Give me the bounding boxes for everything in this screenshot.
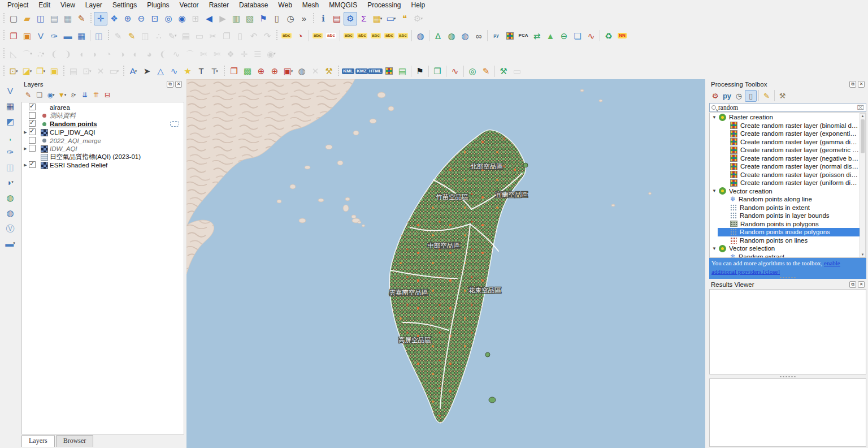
group-vector-selection[interactable]: ▼ Vector selection <box>710 244 866 253</box>
new-raster-layer-icon[interactable]: ▦ <box>75 29 88 42</box>
profile-chart-icon[interactable]: ∿ <box>584 29 598 42</box>
new-spatial-bookmark-icon[interactable]: ⚑ <box>257 12 270 25</box>
toolbar-grip[interactable] <box>2 30 6 41</box>
toolbar-grip[interactable] <box>222 66 227 77</box>
metasearch-icon[interactable]: ∞ <box>472 29 485 42</box>
zoom-next-feature-icon[interactable]: ⊕ <box>268 64 281 78</box>
add-delimited-text-icon[interactable]: , <box>3 130 17 143</box>
menu-vector[interactable]: Vector <box>175 1 204 10</box>
highlight-pinned-labels-icon[interactable]: abc <box>324 29 338 42</box>
map-canvas[interactable]: 北部空品區宜蘭空品區竹苗空品區中部空品區花東空品區雲嘉南空品區高屏空品區 <box>186 79 705 448</box>
alg-random-raster-binomial[interactable]: Create random raster layer (binomial dis… <box>710 122 866 130</box>
remove-layer-icon[interactable]: ⊟ <box>102 89 113 101</box>
toolbar-grip[interactable] <box>275 30 279 41</box>
feature-extent-icon[interactable]: ▣▾ <box>281 64 295 78</box>
identify-features-icon[interactable]: ℹ <box>316 12 330 25</box>
toolbar-grip[interactable] <box>2 48 6 59</box>
zoom-out-icon[interactable]: ⊖ <box>134 12 148 25</box>
new-3d-map-view-icon[interactable]: ▧ <box>243 12 257 25</box>
manage-map-themes-icon[interactable]: ◉▾ <box>45 89 57 101</box>
magnifier-green-icon[interactable]: ◎ <box>466 64 479 78</box>
add-wms-wmts-icon[interactable]: ◍ <box>3 191 17 204</box>
add-spatialite-layer-icon[interactable]: ✑ <box>3 145 17 158</box>
raster-pin-icon[interactable]: ▩ <box>241 64 254 78</box>
add-memory-layer-icon[interactable]: ▬▾ <box>3 236 17 250</box>
menu-mesh[interactable]: Mesh <box>297 1 324 10</box>
layer-checkbox[interactable] <box>29 145 36 152</box>
new-print-layout-icon[interactable]: ▤ <box>47 12 61 25</box>
change-label-icon[interactable]: abc <box>383 29 396 42</box>
results-panel-close-icon[interactable]: ✕ <box>858 281 865 288</box>
layers-panel-float-icon[interactable]: ⧉ <box>167 81 173 88</box>
toolbar-grip[interactable] <box>121 66 126 77</box>
raster-noise-icon[interactable] <box>503 29 517 42</box>
gold-wrench-icon[interactable]: ⚒ <box>322 64 336 78</box>
results-viewer-toggle-icon[interactable]: ▯ <box>745 90 757 102</box>
edit-in-place-icon[interactable]: ✎ <box>761 90 772 102</box>
toolbar-grip[interactable] <box>2 13 6 24</box>
field-calculator-icon[interactable]: ▦▾ <box>371 12 384 25</box>
layer-row-airarea[interactable]: airarea <box>22 104 184 112</box>
processing-history-icon[interactable]: ◷ <box>733 90 745 102</box>
temporal-controller-icon[interactable]: ◷ <box>284 12 297 25</box>
expand-arrow-icon[interactable]: ▶ <box>22 130 29 135</box>
alg-random-points-on-lines[interactable]: Random points on lines <box>710 236 866 245</box>
alg-random-points-along-line[interactable]: ❄Random points along line <box>710 195 866 204</box>
table-refresh-icon[interactable]: ♻ <box>602 29 615 42</box>
python-processing-icon[interactable]: py <box>721 90 733 102</box>
processing-panel-float-icon[interactable]: ⧉ <box>849 81 856 88</box>
add-mesh-layer-icon[interactable]: ◩ <box>3 114 17 128</box>
layer-labeling-icon[interactable]: abc <box>280 29 293 42</box>
save-project-icon[interactable]: ◫ <box>34 12 47 25</box>
processing-panel-close-icon[interactable]: ✕ <box>858 81 865 88</box>
filter-legend-icon[interactable]: ▼▾ <box>57 89 68 101</box>
menu-web[interactable]: Web <box>273 1 297 10</box>
collapse-arrow-icon[interactable]: ▼ <box>712 188 718 193</box>
layer-group-icon[interactable]: ❒ <box>431 64 444 78</box>
alg-random-raster-normal[interactable]: Create random raster layer (normal distr… <box>710 162 866 171</box>
map-image-icon[interactable]: ▤ <box>396 64 409 78</box>
menu-view[interactable]: View <box>55 1 80 10</box>
alg-random-raster-geometric[interactable]: Create random raster layer (geometric di… <box>710 146 866 154</box>
html-export-icon[interactable]: HTML <box>368 64 382 78</box>
add-virtual-layer-icon[interactable]: ◫ <box>3 160 17 174</box>
scroll-thumb[interactable] <box>861 119 865 153</box>
alg-random-points-in-extent[interactable]: Random points in extent <box>710 204 866 212</box>
new-virtual-layer-icon[interactable]: ◫ <box>92 29 106 42</box>
database-manager-icon[interactable]: ◍ <box>414 29 427 42</box>
layer-row-esri-shaded-relief[interactable]: ▶ ESRI Shaded Relief <box>22 161 184 170</box>
alg-random-raster-exponential[interactable]: Create random raster layer (exponential … <box>710 130 866 138</box>
processing-options-icon[interactable]: ⚒ <box>776 90 788 102</box>
toolbar-grip[interactable] <box>62 66 66 77</box>
alg-random-raster-uniform[interactable]: Create random raster layer (uniform dist… <box>710 179 866 187</box>
toolbar-grip[interactable] <box>336 66 341 77</box>
menu-mmqgis[interactable]: MMQGIS <box>324 1 362 10</box>
close-message-link[interactable]: [close] <box>763 268 780 275</box>
layer-row-random-points[interactable]: Random points <box>22 120 184 128</box>
kmz-export-icon[interactable]: KMZ <box>355 64 368 78</box>
new-spatialite-layer-icon[interactable]: ✑ <box>47 29 61 42</box>
hammer-tools-icon[interactable]: ⚒ <box>497 64 510 78</box>
layer-checkbox[interactable] <box>29 104 36 110</box>
datasource-manager-icon[interactable]: ❒ <box>7 29 20 42</box>
processing-models-icon[interactable]: ⚙ <box>709 90 721 102</box>
attribute-table-icon[interactable]: ▤ <box>330 12 344 25</box>
tab-layers[interactable]: Layers <box>21 435 55 447</box>
splitter-handle[interactable] <box>779 277 796 279</box>
pan-map-icon[interactable]: ✛ <box>94 12 107 25</box>
menu-processing[interactable]: Processing <box>362 1 406 10</box>
processing-toolbox-icon[interactable]: ⚙ <box>344 12 357 25</box>
clear-search-icon[interactable]: ⌧ <box>857 104 864 111</box>
invert-selection-icon[interactable]: ◪▾ <box>20 64 34 78</box>
zoom-full-icon[interactable]: ⊡ <box>148 12 162 25</box>
open-layer-styling-icon[interactable]: ✎ <box>23 89 34 101</box>
collapse-arrow-icon[interactable]: ▼ <box>712 246 718 251</box>
new-annotation-layer-icon[interactable]: A▾ <box>127 64 140 78</box>
marker-annotation-icon[interactable]: ★ <box>181 64 194 78</box>
layer-diagram-icon[interactable]: ◔ <box>293 29 307 42</box>
layer-row-clip-idw-aqi[interactable]: ▶ CLIP_IDW_AQI <box>22 128 184 137</box>
statistics-icon[interactable]: Σ <box>357 12 371 25</box>
line-annotation-icon[interactable]: ∿ <box>167 64 181 78</box>
select-pin-icon[interactable]: ▣ <box>47 64 61 78</box>
layer-checkbox[interactable] <box>29 161 36 168</box>
